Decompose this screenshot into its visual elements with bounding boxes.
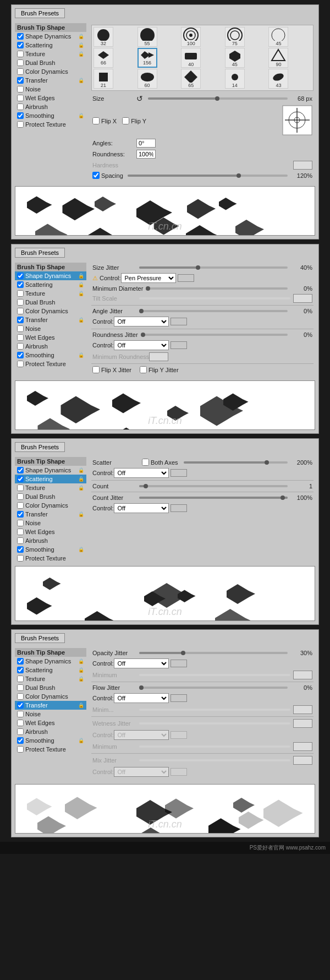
checkbox-dual-brush-3[interactable] [17,493,24,500]
sidebar-item-transfer-4[interactable]: Transfer 🔒 [15,701,86,710]
sidebar-item-protect-texture-1[interactable]: Protect Texture [15,120,86,129]
checkbox-wet-edges-3[interactable] [17,529,24,535]
checkbox-scattering-3[interactable] [17,476,24,482]
sidebar-item-noise-3[interactable]: Noise [15,519,86,527]
angle-input[interactable] [136,139,156,148]
sidebar-item-brush-tip-shape-1[interactable]: Brush Tip Shape [15,23,86,32]
spacing-slider[interactable] [128,175,288,177]
checkbox-airbrush-2[interactable] [17,343,24,350]
roundness-jitter-slider[interactable] [141,334,288,336]
scatter-slider[interactable] [184,461,288,464]
checkbox-transfer-2[interactable] [17,317,24,323]
flow-jitter-slider[interactable] [139,687,288,689]
opacity-control-select[interactable]: Off [114,658,169,668]
flip-x-jitter-label[interactable]: Flip X Jitter [92,366,131,373]
sidebar-item-airbrush-1[interactable]: Airbrush [15,102,86,111]
brush-presets-button-1[interactable]: Brush Presets [15,8,65,18]
checkbox-shape-dynamics-2[interactable] [17,273,24,279]
sidebar-item-shape-dynamics-1[interactable]: Shape Dynamics 🔒 [15,32,86,41]
brush-cell[interactable]: 55 [138,27,157,47]
brush-presets-button-3[interactable]: Brush Presets [15,442,65,452]
sidebar-item-color-dynamics-3[interactable]: Color Dynamics [15,501,86,510]
checkbox-noise-3[interactable] [17,520,24,526]
brush-cell[interactable]: 14 [225,69,245,89]
sidebar-item-texture-4[interactable]: Texture 🔒 [15,674,86,683]
sidebar-item-smoothing-1[interactable]: Smoothing 🔒 [15,111,86,120]
flow-control-select[interactable]: Off [114,693,169,703]
checkbox-noise-2[interactable] [17,325,24,332]
checkbox-protect-texture-3[interactable] [17,555,24,562]
checkbox-color-dynamics-4[interactable] [17,693,24,700]
sidebar-item-color-dynamics-4[interactable]: Color Dynamics [15,692,86,701]
checkbox-smoothing-3[interactable] [17,546,24,553]
checkbox-color-dynamics-2[interactable] [17,308,24,314]
both-axes-checkbox[interactable] [142,459,149,466]
count-jitter-control-select[interactable]: Off [114,503,169,513]
size-slider[interactable] [148,97,288,100]
checkbox-dual-brush-2[interactable] [17,299,24,306]
sidebar-item-wet-edges-1[interactable]: Wet Edges [15,94,86,102]
brush-cell[interactable]: 45 [268,27,288,47]
brush-cell[interactable]: 90 [268,48,288,68]
sidebar-item-transfer-1[interactable]: Transfer 🔒 [15,76,86,85]
checkbox-dual-brush-1[interactable] [17,59,24,66]
checkbox-shape-dynamics-4[interactable] [17,658,24,665]
size-jitter-slider[interactable] [139,266,288,269]
flip-x-checkbox[interactable] [92,117,100,124]
sidebar-item-scattering-2[interactable]: Scattering 🔒 [15,280,86,289]
sidebar-item-protect-texture-2[interactable]: Protect Texture [15,360,86,368]
sidebar-item-texture-2[interactable]: Texture 🔒 [15,289,86,298]
control-select-1[interactable]: Pen Pressure Off [121,273,176,283]
checkbox-airbrush-3[interactable] [17,537,24,544]
opacity-jitter-slider[interactable] [139,652,288,654]
angle-control-select[interactable]: Off [114,317,169,326]
brush-presets-button-4[interactable]: Brush Presets [15,633,65,643]
sidebar-item-protect-texture-3[interactable]: Protect Texture [15,554,86,563]
brush-cell[interactable]: 60 [138,69,157,89]
sidebar-item-texture-1[interactable]: Texture 🔒 [15,50,86,58]
sidebar-item-transfer-2[interactable]: Transfer 🔒 [15,315,86,324]
checkbox-smoothing-2[interactable] [17,352,24,358]
checkbox-scattering-1[interactable] [17,42,24,48]
checkbox-wet-edges-1[interactable] [17,95,24,101]
checkbox-transfer-4[interactable] [17,702,24,709]
checkbox-protect-texture-4[interactable] [17,746,24,753]
min-diameter-slider[interactable] [146,287,288,290]
sidebar-item-wet-edges-4[interactable]: Wet Edges [15,718,86,727]
sidebar-item-dual-brush-2[interactable]: Dual Brush [15,298,86,307]
sidebar-item-shape-dynamics-3[interactable]: Shape Dynamics 🔒 [15,466,86,475]
checkbox-airbrush-1[interactable] [17,104,24,110]
checkbox-shape-dynamics-3[interactable] [17,467,24,473]
flip-y-jitter-checkbox[interactable] [140,366,147,373]
checkbox-shape-dynamics-1[interactable] [17,33,24,40]
roundness-input[interactable] [136,150,156,159]
sidebar-item-scattering-3[interactable]: Scattering 🔒 [15,475,86,483]
brush-cell[interactable]: 66 [94,48,113,68]
checkbox-protect-texture-1[interactable] [17,121,24,128]
sidebar-item-color-dynamics-1[interactable]: Color Dynamics [15,67,86,76]
checkbox-smoothing-4[interactable] [17,737,24,744]
sidebar-item-brush-tip-shape-3[interactable]: Brush Tip Shape [15,457,86,466]
sidebar-item-noise-1[interactable]: Noise [15,85,86,94]
brush-cell[interactable]: 65 [181,69,201,89]
sidebar-item-color-dynamics-2[interactable]: Color Dynamics [15,307,86,315]
sidebar-item-transfer-3[interactable]: Transfer 🔒 [15,510,86,519]
sidebar-item-brush-tip-shape-2[interactable]: Brush Tip Shape [15,263,86,271]
checkbox-texture-1[interactable] [17,51,24,57]
sidebar-item-wet-edges-3[interactable]: Wet Edges [15,527,86,536]
brush-cell[interactable]: 32 [94,27,113,47]
sidebar-item-dual-brush-3[interactable]: Dual Brush [15,492,86,501]
flip-x-jitter-checkbox[interactable] [92,366,100,373]
brush-cell[interactable]: 40 [181,48,201,68]
checkbox-color-dynamics-1[interactable] [17,68,24,75]
count-slider[interactable] [139,485,288,487]
brush-cell[interactable]: 45 [225,48,245,68]
checkbox-color-dynamics-3[interactable] [17,502,24,509]
roundness-control-select[interactable]: Off [114,340,169,350]
checkbox-wet-edges-4[interactable] [17,720,24,726]
flip-y-label[interactable]: Flip Y [122,117,146,124]
count-jitter-slider[interactable] [139,497,288,499]
sidebar-item-airbrush-2[interactable]: Airbrush [15,342,86,351]
checkbox-airbrush-4[interactable] [17,728,24,735]
sidebar-item-scattering-4[interactable]: Scattering 🔒 [15,666,86,674]
